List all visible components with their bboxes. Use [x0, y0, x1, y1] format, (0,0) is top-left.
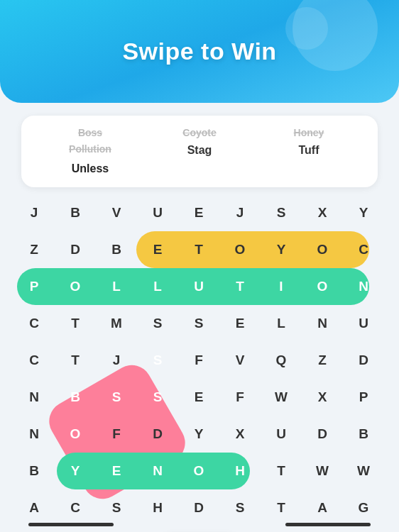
grid-cell: T	[55, 305, 95, 342]
grid-cell: S	[97, 379, 136, 416]
grid-cell: A	[14, 489, 54, 526]
grid-cell: Y	[261, 231, 301, 268]
grid-cell: N	[344, 268, 383, 305]
grid-cell: D	[302, 416, 342, 453]
grid-cell: Z	[14, 231, 54, 268]
grid-cell: Z	[302, 342, 342, 379]
grid-cell: S	[138, 342, 177, 379]
grid-cell: S	[220, 489, 260, 526]
grid-cell: O	[179, 453, 219, 489]
grid-cell: S	[261, 194, 301, 231]
grid-cell: E	[97, 453, 136, 489]
grid-cell: L	[138, 268, 177, 305]
word-list: Boss Coyote Honey Pollution Stag Tuff Un…	[35, 126, 364, 177]
grid-cell: C	[55, 489, 95, 526]
grid-cell: N	[14, 379, 54, 416]
word-pollution: Pollution	[35, 142, 145, 159]
grid-cell: Q	[261, 342, 301, 379]
grid-cell: Y	[55, 453, 95, 489]
grid-cell: F	[220, 379, 260, 416]
grid-cell: D	[179, 489, 219, 526]
grid-cell: U	[138, 194, 177, 231]
grid-cell: W	[261, 379, 301, 416]
header: Swipe to Win	[0, 0, 399, 103]
grid-cell: T	[220, 268, 260, 305]
grid-cell: X	[302, 379, 342, 416]
grid-cell: C	[14, 305, 54, 342]
grid-cell: T	[55, 342, 95, 379]
grid-cell: X	[220, 416, 260, 453]
grid-cell: A	[302, 489, 342, 526]
grid-cell: J	[14, 194, 54, 231]
grid-cell: S	[97, 489, 136, 526]
grid-cell: D	[344, 342, 383, 379]
grid-container: JBVUEJSXYZDBETOYOCPOLLUTIONCTMSSELNUCTJS…	[14, 194, 385, 526]
grid-cell: J	[97, 342, 136, 379]
grid-cell: Y	[344, 194, 383, 231]
word-honey: Honey	[254, 126, 364, 140]
grid-cell: X	[302, 194, 342, 231]
grid-cell: B	[55, 194, 95, 231]
grid-cell: P	[344, 379, 383, 416]
grid-cell: L	[97, 268, 136, 305]
grid-cell: T	[261, 453, 301, 489]
letter-grid: JBVUEJSXYZDBETOYOCPOLLUTIONCTMSSELNUCTJS…	[14, 194, 385, 526]
word-list-container: Boss Coyote Honey Pollution Stag Tuff Un…	[21, 116, 378, 187]
grid-cell: U	[261, 416, 301, 453]
grid-cell: P	[14, 268, 54, 305]
grid-cell: J	[220, 194, 260, 231]
grid-cell: U	[344, 305, 383, 342]
grid-cell: F	[97, 416, 136, 453]
grid-cell: B	[97, 231, 136, 268]
grid-cell: T	[261, 489, 301, 526]
grid-cell: N	[138, 453, 177, 489]
word-coyote: Coyote	[145, 126, 254, 140]
grid-cell: N	[302, 305, 342, 342]
grid-cell: B	[14, 453, 54, 489]
grid-cell: B	[55, 379, 95, 416]
grid-cell: D	[138, 416, 177, 453]
grid-cell: E	[138, 231, 177, 268]
grid-cell: H	[138, 489, 177, 526]
grid-cell: S	[179, 305, 219, 342]
grid-cell: U	[179, 268, 219, 305]
grid-cell: I	[261, 268, 301, 305]
grid-cell: W	[302, 453, 342, 489]
grid-cell: C	[14, 342, 54, 379]
grid-cell: C	[344, 231, 383, 268]
grid-cell: E	[179, 379, 219, 416]
grid-cell: L	[261, 305, 301, 342]
grid-cell: W	[344, 453, 383, 489]
grid-cell: O	[302, 268, 342, 305]
grid-cell: O	[55, 268, 95, 305]
grid-cell: N	[14, 416, 54, 453]
grid-cell: E	[179, 194, 219, 231]
grid-cell: O	[220, 231, 260, 268]
grid-cell: V	[97, 194, 136, 231]
word-stag: Stag	[145, 142, 254, 159]
grid-cell: S	[138, 305, 177, 342]
grid-cell: V	[220, 342, 260, 379]
grid-cell: T	[179, 231, 219, 268]
grid-cell: O	[302, 231, 342, 268]
grid-cell: O	[55, 416, 95, 453]
grid-cell: E	[220, 305, 260, 342]
grid-cell: S	[138, 379, 177, 416]
grid-cell: M	[97, 305, 136, 342]
grid-cell: D	[55, 231, 95, 268]
grid-cell: Y	[179, 416, 219, 453]
grid-cell: F	[179, 342, 219, 379]
word-unless: Unless	[35, 160, 145, 177]
word-boss: Boss	[35, 126, 145, 140]
header-title: Swipe to Win	[122, 38, 276, 65]
grid-cell: B	[344, 416, 383, 453]
word-tuff: Tuff	[254, 142, 364, 159]
grid-cell: H	[220, 453, 260, 489]
grid-cell: G	[344, 489, 383, 526]
